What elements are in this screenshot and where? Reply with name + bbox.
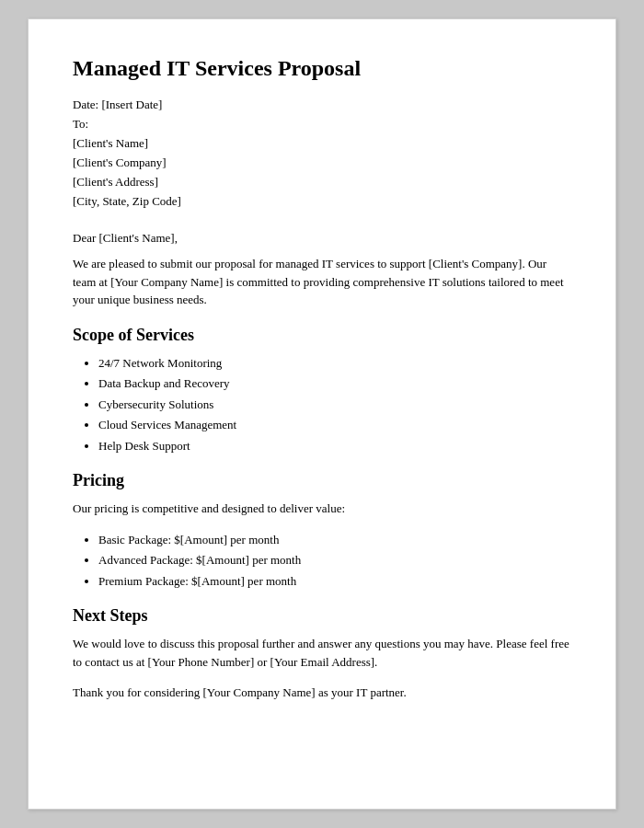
spacer-1 [73, 214, 571, 231]
list-item: Cloud Services Management [98, 416, 571, 434]
list-item: Advanced Package: $[Amount] per month [98, 551, 571, 569]
scope-heading: Scope of Services [73, 326, 571, 345]
intro-paragraph: We are pleased to submit our proposal fo… [73, 255, 571, 309]
next-steps-heading: Next Steps [73, 606, 571, 626]
list-item: Data Backup and Recovery [98, 374, 571, 393]
date-line: Date: [Insert Date] [73, 98, 571, 112]
document-title: Managed IT Services Proposal [73, 56, 571, 81]
list-item: Cybersecurity Solutions [98, 396, 571, 414]
pricing-heading: Pricing [73, 471, 571, 490]
list-item: Help Desk Support [98, 437, 571, 455]
client-name-line: [Client's Name] [73, 136, 571, 151]
client-company-line: [Client's Company] [73, 155, 571, 170]
to-line: To: [73, 117, 571, 132]
list-item: 24/7 Network Monitoring [98, 354, 571, 373]
scope-list: 24/7 Network Monitoring Data Backup and … [98, 354, 571, 455]
list-item: Premium Package: $[Amount] per month [98, 572, 571, 591]
list-item: Basic Package: $[Amount] per month [98, 531, 571, 549]
pricing-intro: Our pricing is competitive and designed … [73, 500, 571, 518]
salutation: Dear [Client's Name], [73, 231, 571, 246]
pricing-list: Basic Package: $[Amount] per month Advan… [98, 531, 571, 591]
client-address-line: [Client's Address] [73, 175, 571, 190]
next-steps-paragraph1: We would love to discuss this proposal f… [73, 635, 571, 671]
next-steps-paragraph2: Thank you for considering [Your Company … [73, 684, 571, 702]
meta-block: Date: [Insert Date] To: [Client's Name] … [73, 98, 571, 209]
client-city-line: [City, State, Zip Code] [73, 194, 571, 209]
document-container: Managed IT Services Proposal Date: [Inse… [28, 18, 616, 810]
